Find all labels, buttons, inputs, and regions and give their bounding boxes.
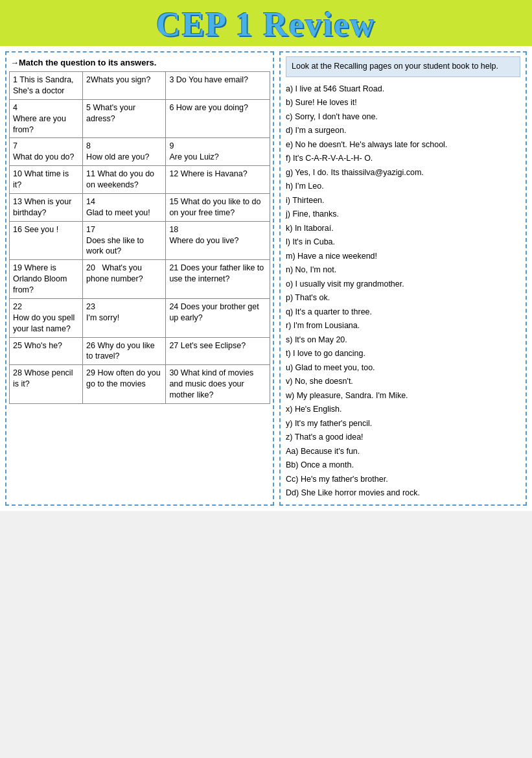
answer-item: Cc) He's my father's brother. xyxy=(286,473,520,487)
question-table: 1 This is Sandra, She's a doctor2Whats y… xyxy=(9,71,270,404)
question-cell: 11 What do you do on weekends? xyxy=(83,166,166,194)
answer-list: a) I live at 546 Stuart Road.b) Sure! He… xyxy=(286,82,520,501)
question-cell: 17 Does she like to work out? xyxy=(83,221,166,260)
answer-item: w) My pleasure, Sandra. I'm Mike. xyxy=(286,389,520,403)
question-cell: 27 Let's see Eclipse? xyxy=(166,337,270,365)
question-cell: 14 Glad to meet you! xyxy=(83,193,166,221)
instruction-text: →Match the question to its answers. xyxy=(9,55,270,71)
question-cell: 13 When is your birthday? xyxy=(10,193,83,221)
question-cell: 16 See you ! xyxy=(10,221,83,260)
answer-item: p) That's ok. xyxy=(286,291,520,305)
answer-item: x) He's English. xyxy=(286,403,520,417)
answer-item: q) It's a quarter to three. xyxy=(286,305,520,320)
answer-item: o) I usually visit my grandmother. xyxy=(286,278,520,292)
question-cell: 29 How often do you go to the movies xyxy=(83,365,166,404)
question-cell: 19 Where is Orlando Bloom from? xyxy=(10,260,83,299)
answer-item: l) It's in Cuba. xyxy=(286,235,520,250)
answer-item: Aa) Because it's fun. xyxy=(286,445,520,459)
question-cell: 4 Where are you from? xyxy=(10,99,83,138)
answer-item: s) It's on May 20. xyxy=(286,333,520,348)
answer-item: n) No, I'm not. xyxy=(286,263,520,278)
answer-item: e) No he doesn't. He's always late for s… xyxy=(286,138,520,152)
left-panel: →Match the question to its answers. 1 Th… xyxy=(5,51,274,506)
hint-box: Look at the Recalling pages on your stud… xyxy=(286,56,520,77)
answer-item: t) I love to go dancing. xyxy=(286,347,520,361)
question-cell: 28 Whose pencil is it? xyxy=(10,365,83,404)
answer-item: m) Have a nice weekend! xyxy=(286,250,520,264)
answer-item: f) It's C-A-R-V-A-L-H- O. xyxy=(286,152,520,166)
answer-item: u) Glad to meet you, too. xyxy=(286,361,520,375)
header: CEP 1 Review xyxy=(0,0,532,46)
answer-item: b) Sure! He loves it! xyxy=(286,96,520,110)
answer-item: r) I'm from Lousiana. xyxy=(286,319,520,333)
question-cell: 2Whats you sign? xyxy=(83,72,166,100)
question-cell: 12 Where is Havana? xyxy=(166,166,270,194)
answer-item: g) Yes, I do. Its thaissilva@yazigi.com. xyxy=(286,166,520,180)
question-cell: 8 How old are you? xyxy=(83,138,166,166)
question-cell: 1 This is Sandra, She's a doctor xyxy=(10,72,83,100)
question-cell: 6 How are you doing? xyxy=(166,99,270,138)
answer-item: h) I'm Leo. xyxy=(286,180,520,194)
right-panel: Look at the Recalling pages on your stud… xyxy=(279,51,527,506)
question-cell: 7 What do you do? xyxy=(10,138,83,166)
question-cell: 24 Does your brother get up early? xyxy=(166,298,270,337)
answer-item: k) In Itaboraí. xyxy=(286,222,520,236)
answer-item: i) Thirteen. xyxy=(286,194,520,208)
question-cell: 21 Does your father like to use the inte… xyxy=(166,260,270,299)
question-cell: 18 Where do you live? xyxy=(166,221,270,260)
answer-item: z) That's a good idea! xyxy=(286,431,520,445)
question-cell: 20 What's you phone number? xyxy=(83,260,166,299)
answer-item: Dd) She Like horror movies and rock. xyxy=(286,486,520,501)
question-cell: 9 Are you Luiz? xyxy=(166,138,270,166)
question-cell: 22 How do you spell your last name? xyxy=(10,298,83,337)
question-cell: 10 What time is it? xyxy=(10,166,83,194)
question-cell: 25 Who's he? xyxy=(10,337,83,365)
answer-item: c) Sorry, I don't have one. xyxy=(286,110,520,124)
question-cell: 23 I'm sorry! xyxy=(83,298,166,337)
answer-item: a) I live at 546 Stuart Road. xyxy=(286,82,520,97)
answer-item: y) It's my father's pencil. xyxy=(286,417,520,431)
question-cell: 15 What do you like to do on your free t… xyxy=(166,193,270,221)
answer-item: Bb) Once a month. xyxy=(286,458,520,473)
answer-item: j) Fine, thanks. xyxy=(286,207,520,222)
question-cell: 26 Why do you like to travel? xyxy=(83,337,166,365)
page-title: CEP 1 Review xyxy=(156,6,376,43)
question-cell: 3 Do You have email? xyxy=(166,72,270,100)
question-cell: 5 What's your adress? xyxy=(83,99,166,138)
answer-item: v) No, she doesn't. xyxy=(286,375,520,389)
answer-item: d) I'm a surgeon. xyxy=(286,124,520,138)
question-cell: 30 What kind of movies and music does yo… xyxy=(166,365,270,404)
